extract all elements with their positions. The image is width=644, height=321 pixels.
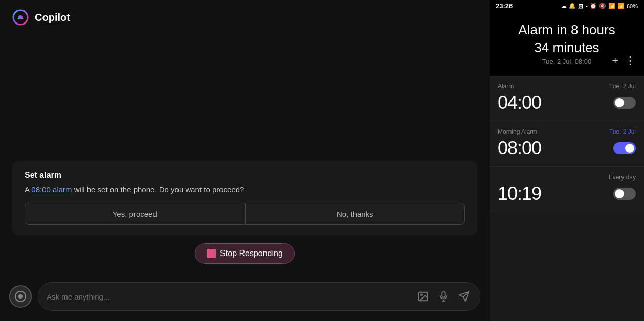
image-icon: 🖼 (578, 3, 584, 9)
alarm-time-row-3: 10:19 (498, 183, 636, 204)
send-button[interactable] (456, 289, 472, 304)
battery-text: 60% (627, 3, 638, 9)
alarm-icon: ⏰ (590, 3, 597, 9)
svg-rect-4 (442, 292, 445, 297)
status-icons: ☁ 🔔 🖼 • ⏰ 🔇 📶 📶 60% (561, 3, 638, 9)
alarm-item: Morning Alarm Tue, 2 Jul 08:00 (490, 121, 644, 167)
status-time: 23:26 (496, 2, 513, 10)
alarm-label-1: Alarm (498, 83, 514, 90)
alarm-date-2: Tue, 2 Jul (609, 128, 636, 135)
action-buttons: Yes, proceed No, thanks (25, 203, 465, 225)
cloud-icon: ☁ (561, 3, 567, 9)
dot-icon: • (586, 3, 588, 9)
message-card: Set alarm A 08:00 alarm will be set on t… (12, 161, 477, 235)
copilot-title: Copilot (35, 12, 70, 24)
copilot-header: Copilot (0, 0, 490, 35)
status-bar: 23:26 ☁ 🔔 🖼 • ⏰ 🔇 📶 📶 60% (490, 0, 644, 12)
message-title: Set alarm (25, 171, 465, 180)
notification-icon: 🔔 (569, 3, 576, 9)
hero-alarm: Alarm in 8 hours 34 minutes Tue, 2 Jul, … (490, 12, 644, 76)
alarm-toggle-1[interactable] (613, 97, 636, 109)
svg-point-1 (18, 15, 23, 19)
alarm-item: Every day 10:19 (490, 167, 644, 212)
alarm-time-row-1: 04:00 (498, 92, 636, 113)
alarm-time-1: 04:00 (498, 92, 541, 113)
signal-icon: 📶 (617, 3, 625, 9)
alarm-date-3: Every day (609, 174, 636, 181)
hero-alarm-line1: Alarm in 8 hours (498, 22, 636, 38)
stop-icon (207, 249, 216, 258)
alarm-item: Alarm Tue, 2 Jul 04:00 (490, 76, 644, 121)
alarm-toggle-2[interactable] (613, 142, 636, 154)
input-box (38, 282, 480, 311)
wifi-icon: 📶 (608, 3, 615, 9)
chat-area: Set alarm A 08:00 alarm will be set on t… (0, 35, 490, 282)
no-thanks-button[interactable]: No, thanks (245, 203, 465, 225)
mute-icon: 🔇 (599, 3, 606, 9)
input-area (0, 282, 490, 321)
stop-responding-button[interactable]: Stop Responding (195, 243, 295, 264)
alarm-item-header-1: Alarm Tue, 2 Jul (498, 83, 636, 90)
alarm-menu-button[interactable]: ⋮ (625, 54, 636, 67)
chat-input[interactable] (47, 292, 410, 301)
alarm-time-3: 10:19 (498, 183, 541, 204)
alarm-item-header-3: Every day (498, 174, 636, 181)
avatar-icon (15, 291, 26, 302)
stop-responding-container: Stop Responding (12, 243, 477, 264)
alarm-date-1: Tue, 2 Jul (609, 83, 636, 90)
alarm-item-header-2: Morning Alarm Tue, 2 Jul (498, 128, 636, 135)
alarm-label-2: Morning Alarm (498, 128, 537, 135)
alarm-time-row-2: 08:00 (498, 137, 636, 159)
alarm-list: Alarm Tue, 2 Jul 04:00 Morning Alarm Tue… (490, 76, 644, 321)
image-upload-button[interactable] (415, 289, 431, 304)
svg-point-3 (420, 294, 422, 295)
hero-alarm-line2: 34 minutes (498, 40, 636, 56)
copilot-logo (12, 9, 29, 26)
copilot-panel: Copilot Set alarm A 08:00 alarm will be … (0, 0, 490, 321)
avatar-button[interactable] (9, 285, 32, 308)
hero-actions: + ⋮ (612, 54, 636, 67)
alarms-panel: 23:26 ☁ 🔔 🖼 • ⏰ 🔇 📶 📶 60% Alarm in 8 hou… (490, 0, 644, 321)
alarm-time-2: 08:00 (498, 137, 541, 159)
yes-proceed-button[interactable]: Yes, proceed (25, 203, 245, 225)
message-body: A 08:00 alarm will be set on the phone. … (25, 184, 465, 195)
microphone-button[interactable] (436, 289, 451, 304)
stop-responding-label: Stop Responding (220, 249, 283, 258)
alarm-toggle-3[interactable] (613, 188, 636, 200)
add-alarm-button[interactable]: + (612, 54, 618, 67)
